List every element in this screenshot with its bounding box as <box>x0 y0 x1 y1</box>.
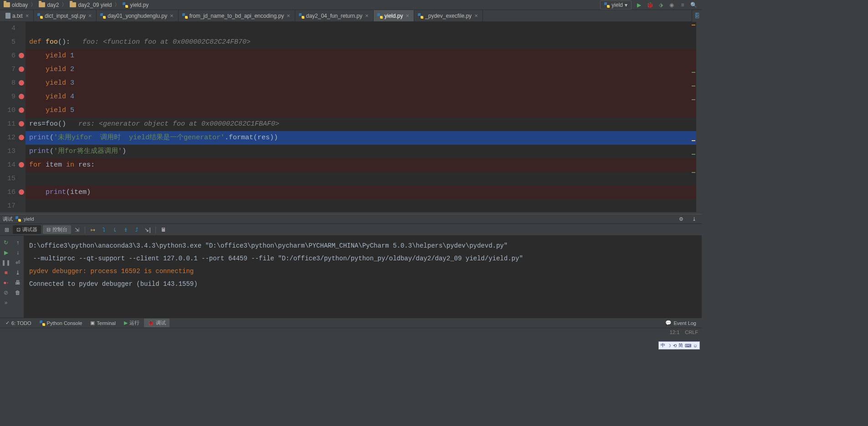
code-area[interactable]: def foo(): foo: <function foo at 0x00000… <box>26 22 702 212</box>
gutter-line[interactable]: 6 <box>0 49 15 63</box>
step-into-icon[interactable]: ⤹ <box>110 225 120 235</box>
close-icon[interactable]: × <box>25 12 30 19</box>
error-mark[interactable] <box>692 140 695 141</box>
code-line[interactable]: yield 1 <box>26 49 702 63</box>
debug-tab[interactable]: ⊟控制台 <box>43 225 71 234</box>
gutter-line[interactable]: 12 <box>0 131 15 145</box>
step-out-icon[interactable]: ⤴ <box>132 225 142 235</box>
close-icon[interactable]: × <box>286 12 291 19</box>
gear-icon[interactable]: ⚙ <box>676 214 686 224</box>
rerun-icon[interactable]: ↻ <box>2 238 10 247</box>
gutter-line[interactable]: 13 <box>0 145 15 158</box>
clear-icon[interactable]: 🗑 <box>14 289 22 297</box>
code-line[interactable]: yield 2 <box>26 63 702 76</box>
close-icon[interactable]: × <box>364 12 370 19</box>
breadcrumb-item[interactable]: day2_09 yield <box>68 1 113 9</box>
gutter-line[interactable]: 14 <box>0 158 15 172</box>
gutter[interactable]: 4567891011121314151617 <box>0 22 26 212</box>
ime-item[interactable]: ⟲ <box>673 343 677 348</box>
breakpoint-icon[interactable] <box>19 80 24 86</box>
gutter-line[interactable]: 9 <box>0 90 15 104</box>
menu-icon[interactable]: ≡ <box>679 1 686 9</box>
step-over-icon[interactable]: ⤵ <box>99 225 109 235</box>
editor-tab[interactable]: from_jd_name_to_bd_api_encoding.py× <box>179 10 295 21</box>
code-line[interactable] <box>26 172 702 186</box>
caret-position[interactable]: 12:1 <box>670 330 679 335</box>
debug-console[interactable]: D:\office3\python\anaconda3\3.4.3\python… <box>24 236 702 318</box>
toolwindow-button[interactable]: ▣Terminal <box>87 319 119 327</box>
editor-tab[interactable]: day01_yonghudenglu.py× <box>97 10 178 21</box>
resume-icon[interactable]: ▶ <box>2 248 10 257</box>
breadcrumb-item[interactable]: oldbay <box>2 1 30 9</box>
error-mark[interactable] <box>692 86 695 86</box>
down-icon[interactable]: ↓ <box>14 248 22 257</box>
code-line[interactable]: print('未用yifor 调用时 yield结果是一个generator'.… <box>26 131 702 145</box>
breakpoint-icon[interactable] <box>19 66 24 72</box>
evaluate-icon[interactable]: 🖩 <box>159 225 169 235</box>
wrap-icon[interactable]: ⏎ <box>14 259 22 267</box>
editor-tab[interactable]: _pydev_execfile.py× <box>414 10 483 21</box>
ime-item[interactable]: ☺ <box>693 343 698 348</box>
update-icon[interactable]: ◉ <box>668 1 675 9</box>
event-log-button[interactable]: 💬 Event Log <box>662 319 700 327</box>
pause-icon[interactable]: ❚❚ <box>2 259 10 267</box>
breakpoint-icon[interactable] <box>19 94 24 99</box>
scroll-end-icon[interactable]: ⤓ <box>14 269 22 277</box>
error-mark[interactable] <box>692 172 695 173</box>
ime-indicator[interactable]: 中☽⟲简⌨☺ <box>658 341 700 350</box>
code-line[interactable]: print('用for将生成器调用') <box>26 145 702 158</box>
breakpoints-icon[interactable]: ●◦ <box>2 279 10 287</box>
error-mark[interactable] <box>692 154 695 155</box>
ime-item[interactable]: 中 <box>661 342 665 349</box>
editor-tab[interactable]: a.txt× <box>2 10 34 21</box>
run-to-cursor-icon[interactable]: ↘| <box>143 225 153 235</box>
minimize-icon[interactable]: ⤓ <box>689 214 699 224</box>
more-icon[interactable]: » <box>2 299 10 307</box>
restore-layout-icon[interactable]: ⊞ <box>2 225 12 235</box>
error-stripe[interactable] <box>691 22 696 212</box>
gutter-line[interactable]: 17 <box>0 199 15 213</box>
gutter-line[interactable]: 16 <box>0 186 15 199</box>
error-mark[interactable] <box>692 72 695 73</box>
run-config-selector[interactable]: yield ▾ <box>600 0 632 10</box>
code-line[interactable] <box>26 22 702 36</box>
line-separator[interactable]: CRLF <box>685 330 698 335</box>
editor-tab[interactable]: yield.py× <box>374 10 414 21</box>
stop-icon[interactable]: ■ <box>2 269 10 277</box>
gutter-line[interactable]: 5 <box>0 36 15 49</box>
close-icon[interactable]: × <box>169 12 175 19</box>
debug-icon[interactable]: 🐞 <box>646 1 653 9</box>
gutter-line[interactable]: 4 <box>0 22 15 36</box>
editor-scrollbar[interactable] <box>696 22 702 212</box>
breakpoint-icon[interactable] <box>19 162 24 167</box>
mute-bp-icon[interactable]: ⊘ <box>2 289 10 297</box>
toolwindow-button[interactable]: Python Console <box>36 320 86 327</box>
close-icon[interactable]: × <box>405 12 410 19</box>
code-line[interactable]: yield 4 <box>26 90 702 104</box>
code-line[interactable] <box>26 199 702 213</box>
toolwindow-button[interactable]: ✓6: TODO <box>2 319 35 327</box>
close-icon[interactable]: × <box>473 12 479 19</box>
code-editor[interactable]: 4567891011121314151617 def foo(): foo: <… <box>0 22 702 212</box>
ime-item[interactable]: 简 <box>678 342 683 349</box>
step-into-my-icon[interactable]: ⤈ <box>121 225 131 235</box>
breakpoint-icon[interactable] <box>19 107 24 113</box>
code-line[interactable]: for item in res: <box>26 158 702 172</box>
up-icon[interactable]: ↑ <box>14 238 22 247</box>
ime-item[interactable]: ☽ <box>667 343 671 348</box>
editor-tab[interactable]: dict_input_sql.py× <box>34 10 97 21</box>
code-line[interactable]: res=foo() res: <generator object foo at … <box>26 117 702 131</box>
ime-item[interactable]: ⌨ <box>685 343 691 348</box>
breadcrumb-item[interactable]: yield.py <box>121 1 150 9</box>
code-line[interactable]: yield 5 <box>26 104 702 117</box>
breakpoint-icon[interactable] <box>19 121 24 127</box>
error-mark[interactable] <box>692 25 695 25</box>
close-icon[interactable]: × <box>87 12 93 19</box>
breakpoint-icon[interactable] <box>19 189 24 195</box>
code-line[interactable]: print(item) <box>26 186 702 199</box>
run-icon[interactable]: ▶ <box>635 1 642 9</box>
show-exec-point-icon[interactable]: ↦ <box>88 225 98 235</box>
breakpoint-icon[interactable] <box>19 135 24 140</box>
code-line[interactable]: def foo(): foo: <function foo at 0x00000… <box>26 36 702 49</box>
print-icon[interactable]: 🖶 <box>14 279 22 287</box>
